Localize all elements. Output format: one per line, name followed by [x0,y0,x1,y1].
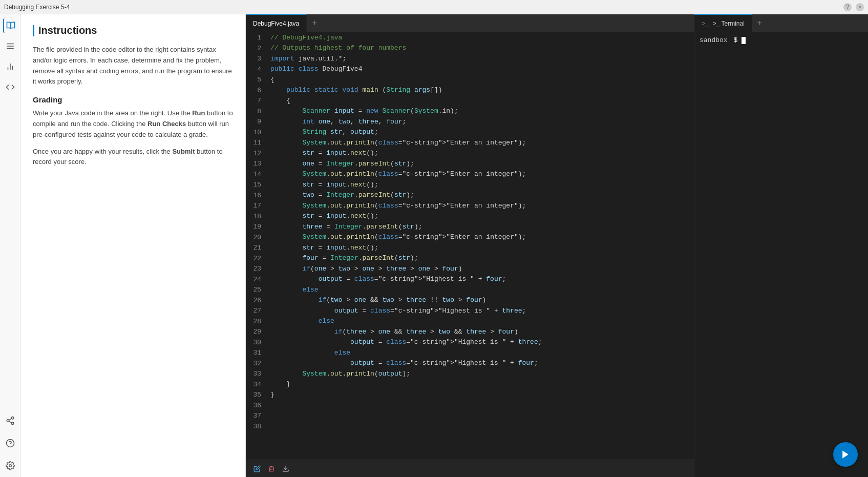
help-button[interactable]: ? [843,3,852,11]
sidebar-item-share[interactable] [3,413,17,428]
line-number: 16 [246,190,266,201]
download-button[interactable] [281,464,291,474]
table-row: 21 str = input.next(); [246,242,694,253]
table-row: 13 one = Integer.parseInt(str); [246,158,694,169]
line-code: System.out.println(output); [266,368,694,379]
line-code: output = class="c-string">"Highest is " … [266,274,694,285]
table-row: 5{ [246,74,694,85]
line-number: 22 [246,253,266,264]
sidebar-item-menu[interactable] [3,39,17,53]
instructions-panel: Instructions The file provided in the co… [20,14,246,477]
table-row: 29 if(three > one && three > two && thre… [246,326,694,337]
line-code: // DebugFive4.java [266,32,694,43]
sidebar-item-code[interactable] [3,80,17,94]
sidebar-icons [0,14,20,477]
line-number: 31 [246,347,266,358]
line-code: if(two > one && two > three !! two > fou… [266,295,694,306]
titlebar: Debugging Exercise 5-4 ? × [0,0,868,14]
line-code: int one, two, three, four; [266,116,694,127]
svg-point-13 [9,465,11,467]
line-number: 8 [246,106,266,117]
table-row: 19 three = Integer.parseInt(str); [246,221,694,232]
line-code [266,421,694,432]
terminal-add-tab[interactable]: + [752,14,767,32]
line-number: 18 [246,211,266,222]
terminal-tab[interactable]: >_ >_ Terminal [694,14,752,32]
table-row: 4public class DebugFive4 [246,64,694,75]
table-row: 2// Outputs highest of four numbers [246,43,694,54]
terminal-content[interactable]: sandbox $ [694,32,868,477]
line-code: else [266,316,694,327]
code-table: 1// DebugFive4.java2// Outputs highest o… [246,32,694,431]
table-row: 27 output = class="c-string">"Highest is… [246,305,694,316]
svg-line-10 [9,419,11,420]
editor-area: DebugFive4.java + 1// DebugFive4.java2//… [246,14,694,477]
line-code: } [266,379,694,390]
table-row: 36 [246,400,694,411]
line-code [266,400,694,411]
titlebar-title: Debugging Exercise 5-4 [4,4,70,11]
instructions-title: Instructions [33,25,233,36]
line-number: 12 [246,148,266,159]
table-row: 37 [246,410,694,421]
table-row: 35} [246,389,694,400]
instructions-body3: Once you are happy with your results, cl… [33,147,233,168]
line-number: 9 [246,116,266,127]
line-code: str = input.next(); [266,179,694,190]
close-button[interactable]: × [856,3,864,11]
sidebar-item-help[interactable] [3,436,17,450]
titlebar-controls: ? × [843,3,864,11]
line-code: one = Integer.parseInt(str); [266,158,694,169]
instructions-body2: Write your Java code in the area on the … [33,108,233,140]
line-code: three = Integer.parseInt(str); [266,221,694,232]
sidebar-item-book[interactable] [3,18,17,33]
delete-button[interactable] [266,464,277,474]
line-code: output = class="c-string">"Highest is " … [266,337,694,348]
line-number: 34 [246,379,266,390]
line-code: two = Integer.parseInt(str); [266,190,694,201]
terminal-panel: >_ >_ Terminal + sandbox $ [694,14,868,477]
terminal-tab-bar: >_ >_ Terminal + [694,14,868,32]
line-code: else [266,347,694,358]
editor-tab[interactable]: DebugFive4.java [246,14,307,32]
code-editor[interactable]: 1// DebugFive4.java2// Outputs highest o… [246,32,694,460]
line-code: public static void main (String args[]) [266,85,694,96]
tab-label: DebugFive4.java [253,20,299,27]
line-code: { [266,95,694,106]
line-code: System.out.println(class="c-string">"Ent… [266,169,694,180]
line-number: 19 [246,221,266,232]
table-row: 15 str = input.next(); [246,179,694,190]
main-container: Instructions The file provided in the co… [0,14,868,477]
line-number: 14 [246,169,266,180]
line-code: output = class="c-string">"Highest is " … [266,305,694,316]
line-number: 24 [246,274,266,285]
line-number: 2 [246,43,266,54]
terminal-tab-label: >_ Terminal [713,20,745,27]
line-code: System.out.println(class="c-string">"Ent… [266,232,694,243]
body2-pre: Write your Java code in the area on the … [33,109,192,117]
table-row: 30 output = class="c-string">"Highest is… [246,337,694,348]
svg-line-9 [9,421,11,423]
line-number: 23 [246,263,266,274]
line-code: import java.util.*; [266,53,694,64]
table-row: 24 output = class="c-string">"Highest is… [246,274,694,285]
svg-point-6 [11,417,14,420]
add-tab-button[interactable]: + [307,14,322,32]
terminal-cursor [742,37,746,44]
line-number: 37 [246,410,266,421]
table-row: 22 four = Integer.parseInt(str); [246,253,694,264]
line-number: 1 [246,32,266,43]
svg-point-7 [7,420,9,422]
line-number: 20 [246,232,266,243]
sidebar-item-settings[interactable] [3,459,17,473]
run-label: Run [192,109,205,117]
line-number: 26 [246,295,266,306]
terminal-dollar: $ [733,36,737,44]
table-row: 34 } [246,379,694,390]
sidebar-item-chart[interactable] [3,59,17,74]
table-row: 31 else [246,347,694,358]
run-button[interactable] [833,442,858,467]
table-row: 6 public static void main (String args[]… [246,85,694,96]
edit-button[interactable] [252,464,262,474]
line-code: if(one > two > one > three > one > four) [266,263,694,274]
